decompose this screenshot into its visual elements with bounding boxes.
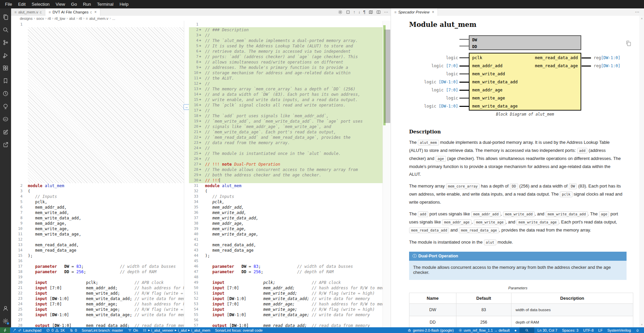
code-line[interactable]: 27+// !!! note Dual-Port Operation	[189, 162, 383, 167]
editor-scrollbar[interactable]	[383, 21, 391, 327]
code-line[interactable]: 47 parameter DD = 256; // depth of RAM	[189, 269, 383, 275]
breadcrumb-item[interactable]: alut	[69, 16, 75, 20]
map-view-icon[interactable]	[368, 10, 373, 14]
status-sonarlint-focus[interactable]: SonarLint focus: overall code	[213, 327, 265, 333]
search-icon[interactable]	[0, 23, 11, 36]
code-line[interactable]: 16+// The `pclk` signal clocks all read …	[189, 102, 383, 108]
code-line[interactable]: 6 mem_addr_add,	[11, 205, 184, 210]
clock-icon[interactable]	[0, 87, 11, 100]
code-line[interactable]: 15);	[11, 253, 184, 258]
status-encoding[interactable]: UTF-8	[581, 327, 596, 333]
code-line[interactable]: 27	[11, 318, 184, 323]
diff-modified-pane[interactable]: 12+// ### Description3+//4+// The `alut_…	[189, 21, 383, 327]
source-control-icon[interactable]	[0, 36, 11, 49]
code-line[interactable]: 5 pclk,	[11, 199, 184, 205]
code-line[interactable]: 13 mem_read_data_add,	[11, 242, 184, 248]
run-debug-icon[interactable]	[0, 49, 11, 61]
code-line[interactable]: 29+// both the address checker and the a…	[189, 172, 383, 178]
code-line[interactable]: 3+//	[189, 33, 383, 38]
edit-document-icon[interactable]	[0, 125, 11, 138]
breadcrumb-item[interactable]: socv	[36, 16, 44, 20]
status-eol[interactable]: LF	[596, 327, 605, 333]
menu-item-file[interactable]: File	[2, 0, 15, 8]
menu-item-terminal[interactable]: Terminal	[94, 0, 116, 8]
code-line[interactable]: 44);	[189, 253, 383, 258]
status-sonarlint-filter[interactable]: On	[126, 327, 141, 333]
code-line[interactable]: 13+// The memory array `mem_core_array` …	[189, 86, 383, 92]
tab-alut-mem-v[interactable]: ≡alut_mem.vc	[11, 8, 45, 16]
previous-change-icon[interactable]: ↑	[353, 10, 355, 14]
code-line[interactable]: 3(	[11, 189, 184, 194]
code-line[interactable]: 17 parameter DW = 83; // width of data b…	[11, 264, 184, 269]
code-line[interactable]: 22 input mem_write_add; // R/W flag (wri…	[11, 291, 184, 296]
code-line[interactable]: 4 // Inputs	[11, 194, 184, 199]
code-line[interactable]: 20 input pclk; // APB clock	[11, 280, 184, 285]
diff-settings-gear-icon[interactable]	[338, 10, 343, 14]
code-line[interactable]: 50 input [7:0] mem_addr_add; // hash add…	[189, 285, 383, 291]
code-line[interactable]: 21+// `mem_write_data_age`. Each port's …	[189, 129, 383, 135]
explorer-icon[interactable]	[0, 10, 11, 23]
status-notifications-muted[interactable]: 0	[67, 327, 79, 333]
breadcrumb-item[interactable]: rtl	[48, 16, 51, 20]
tab-specador-preview[interactable]: ≡ Specador Preview ×	[391, 8, 438, 16]
code-line[interactable]: 57 output [DW-1:0] mem_read_data_add; //…	[189, 323, 383, 327]
code-line[interactable]: 55 input [DW-1:0] mem_write_data_age; //…	[189, 312, 383, 318]
code-line[interactable]: 11 mem_write_data_age,	[11, 232, 184, 237]
code-line[interactable]: 24 input [7:0] mem_addr_age; // hash add…	[11, 301, 184, 307]
code-line[interactable]: 1	[11, 22, 184, 27]
code-line[interactable]: 18+// The `add` port uses signals like `…	[189, 113, 383, 119]
diff-original-pane[interactable]: 12module alut_mem3(4 // Inputs5 pclk,6 m…	[11, 21, 184, 327]
code-line[interactable]: 54 input mem_write_age; // R/W flag (wri…	[189, 307, 383, 312]
status-search-shortcut[interactable]	[519, 327, 534, 333]
code-line[interactable]: 26 input [DW-1:0] mem_write_data_age; //…	[11, 312, 184, 318]
code-line[interactable]: 8 mem_write_data_add,	[11, 215, 184, 221]
code-line[interactable]: 36 mem_write_add,	[189, 210, 383, 215]
code-line[interactable]: 8+// allows simultaneous read/write oper…	[189, 59, 383, 65]
status-remote-indicator[interactable]	[0, 327, 10, 333]
code-line[interactable]: 2+// ### Description	[189, 27, 383, 33]
status-ai-model[interactable]: gemini-2.0-flash (google)	[405, 327, 456, 333]
close-icon[interactable]: ×	[432, 10, 434, 14]
code-line[interactable]: 49 input pclk; // APB clock	[189, 280, 383, 285]
breadcrumb-item[interactable]: designs	[20, 16, 33, 20]
code-line[interactable]: 28+// The module allows concurrent acces…	[189, 167, 383, 172]
comments-icon[interactable]	[0, 113, 11, 125]
code-line[interactable]: 18 parameter DD = 256; // depth of RAM	[11, 269, 184, 275]
status-notifications[interactable]	[633, 327, 642, 333]
code-line[interactable]: 33 // Inputs	[189, 194, 383, 199]
code-line[interactable]: 43 mem_read_data_age	[189, 248, 383, 253]
breadcrumb-file[interactable]: alut_mem.v	[89, 16, 108, 20]
menu-item-selection[interactable]: Selection	[29, 0, 52, 8]
status-sonarlint-branch[interactable]: SonarLint branch: master	[79, 327, 126, 333]
status-cursor-position[interactable]: Ln 30, Col 7	[535, 327, 559, 333]
split-editor-icon[interactable]	[376, 10, 381, 14]
preview-scrollbar[interactable]: ▲ ▼	[639, 16, 644, 327]
code-line[interactable]: 16	[11, 258, 184, 264]
code-line[interactable]: 34 pclk,	[189, 199, 383, 205]
extensions-icon[interactable]	[0, 61, 11, 74]
code-line[interactable]: 19	[11, 275, 184, 280]
code-line[interactable]: 12+//	[189, 81, 383, 86]
code-line[interactable]: 6+// retrieve data. The memory is access…	[189, 49, 383, 54]
code-line[interactable]: 7+// ports: `add` (address checker) and …	[189, 54, 383, 59]
menu-item-go[interactable]: Go	[68, 0, 80, 8]
more-actions-icon[interactable]: ⋯	[384, 10, 388, 14]
code-line[interactable]: 30+// !!!	[189, 178, 383, 183]
code-line[interactable]: 19+// `mem_write_add`, and `mem_write_da…	[189, 119, 383, 124]
code-line[interactable]: 37 mem_write_data_add,	[189, 215, 383, 221]
code-line[interactable]: 48	[189, 275, 383, 280]
scroll-up-icon[interactable]: ▲	[639, 17, 644, 20]
code-line[interactable]: 2module alut_mem	[11, 183, 184, 189]
code-line[interactable]: 52 input [DW-1:0] mem_write_data_add; //…	[189, 296, 383, 301]
code-line[interactable]: 28 output [DW-1:0] mem_read_data_add; //…	[11, 323, 184, 327]
code-line[interactable]: 17+//	[189, 108, 383, 113]
account-icon[interactable]	[0, 302, 11, 315]
code-line[interactable]: 41	[189, 237, 383, 242]
code-line[interactable]: 38 mem_addr_age,	[189, 221, 383, 226]
code-line[interactable]: 25 input mem_write_age; // R/W flag (wri…	[11, 307, 184, 312]
status-indentation[interactable]: Spaces: 3	[560, 327, 581, 333]
code-line[interactable]: 53 input [7:0] mem_addr_age; // hash add…	[189, 301, 383, 307]
code-line[interactable]: 35 mem_addr_add,	[189, 205, 383, 210]
bookmark-icon[interactable]	[0, 74, 11, 87]
breadcrumb-item[interactable]: rtl	[79, 16, 82, 20]
